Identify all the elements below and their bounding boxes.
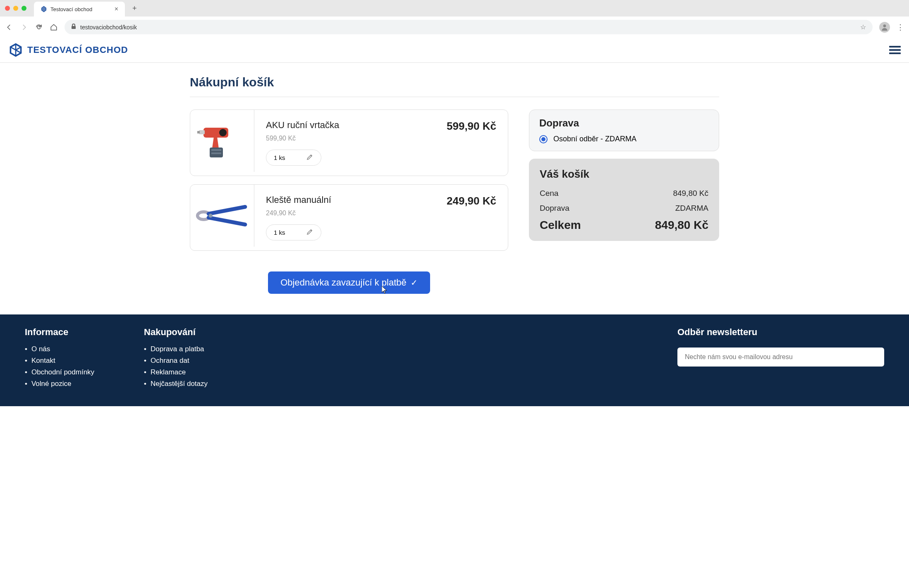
footer-link: Reklamace <box>144 367 208 378</box>
footer-info-title: Informace <box>25 327 94 338</box>
shipping-box: Doprava Osobní odběr - ZDARMA <box>529 110 719 151</box>
item-unit-price: 249,90 Kč <box>266 209 447 217</box>
tab-title: Testovací obchod <box>50 6 111 12</box>
main-content: Nákupní košík <box>173 63 736 314</box>
footer-link: O nás <box>25 343 94 355</box>
window-maximize-icon[interactable] <box>22 6 26 11</box>
cart-items: AKU ruční vrtačka 599,90 Kč 1 ks 599,90 … <box>190 110 508 294</box>
footer-link: Doprava a platba <box>144 343 208 355</box>
cart-sidebar: Doprava Osobní odběr - ZDARMA Váš košík … <box>529 110 719 241</box>
browser-tab[interactable]: Testovací obchod × <box>34 2 125 17</box>
item-details: AKU ruční vrtačka 599,90 Kč 1 ks <box>266 120 447 166</box>
svg-rect-0 <box>72 26 76 29</box>
footer-link-contact[interactable]: Kontakt <box>31 357 55 365</box>
shipping-title: Doprava <box>539 117 709 129</box>
footer-link-privacy[interactable]: Ochrana dat <box>151 357 189 365</box>
forward-button[interactable] <box>20 23 28 31</box>
bookmark-star-icon[interactable]: ☆ <box>860 23 866 31</box>
hamburger-menu-icon[interactable] <box>889 44 901 56</box>
url-bar[interactable]: testovaciobchod/kosik ☆ <box>65 20 873 34</box>
cart-item: AKU ruční vrtačka 599,90 Kč 1 ks 599,90 … <box>190 110 508 176</box>
tab-new-icon[interactable]: + <box>128 4 141 13</box>
footer-link-faq[interactable]: Nejčastější dotazy <box>151 380 208 388</box>
tab-favicon-icon <box>41 6 47 12</box>
item-quantity: 1 ks <box>266 150 321 166</box>
logo-icon <box>8 43 23 57</box>
summary-box: Váš košík Cena 849,80 Kč Doprava ZDARMA … <box>529 159 719 241</box>
product-image <box>190 110 254 172</box>
browser-toolbar: testovaciobchod/kosik ☆ ⋮ <box>0 17 909 38</box>
product-image <box>190 185 254 247</box>
edit-quantity-icon[interactable] <box>306 228 313 237</box>
item-name: AKU ruční vrtačka <box>266 120 447 131</box>
site-logo[interactable]: TESTOVACÍ OBCHOD <box>8 43 128 57</box>
check-icon: ✓ <box>411 278 418 288</box>
cart-layout: AKU ruční vrtačka 599,90 Kč 1 ks 599,90 … <box>190 110 719 294</box>
radio-icon <box>539 135 548 143</box>
page-title: Nákupní košík <box>190 75 719 97</box>
item-total: 249,90 Kč <box>447 195 496 240</box>
reload-button[interactable] <box>35 23 43 31</box>
footer-link-about[interactable]: O nás <box>31 345 50 353</box>
footer: Informace O nás Kontakt Obchodní podmínk… <box>0 314 909 406</box>
tab-close-icon[interactable]: × <box>115 5 118 13</box>
profile-icon[interactable] <box>879 22 890 33</box>
item-body: Kleště manuální 249,90 Kč 1 ks 249,90 Kč <box>254 185 508 250</box>
shipping-option[interactable]: Osobní odběr - ZDARMA <box>539 135 709 143</box>
summary-price-value: 849,80 Kč <box>673 189 708 198</box>
quantity-value: 1 ks <box>274 154 285 161</box>
summary-total-label: Celkem <box>540 219 581 232</box>
url-text: testovaciobchod/kosik <box>80 24 856 31</box>
home-button[interactable] <box>50 23 58 31</box>
shipping-option-label: Osobní odběr - ZDARMA <box>553 135 636 143</box>
cart-item: Kleště manuální 249,90 Kč 1 ks 249,90 Kč <box>190 184 508 251</box>
summary-price-row: Cena 849,80 Kč <box>540 189 708 198</box>
summary-price-label: Cena <box>540 189 558 198</box>
svg-rect-4 <box>197 131 200 133</box>
item-quantity: 1 ks <box>266 224 321 240</box>
footer-link: Nejčastější dotazy <box>144 378 208 390</box>
footer-link-returns[interactable]: Reklamace <box>151 368 186 376</box>
footer-link-delivery[interactable]: Doprava a platba <box>151 345 204 353</box>
newsletter-title: Odběr newsletteru <box>677 327 884 338</box>
footer-col-info: Informace O nás Kontakt Obchodní podmínk… <box>25 327 94 390</box>
window-minimize-icon[interactable] <box>13 6 18 11</box>
order-button-wrap: Objednávka zavazující k platbě ✓ <box>190 271 508 294</box>
quantity-value: 1 ks <box>274 229 285 236</box>
site-header: TESTOVACÍ OBCHOD <box>0 38 909 63</box>
back-button[interactable] <box>5 23 13 31</box>
svg-rect-7 <box>211 149 221 151</box>
tab-bar: Testovací obchod × + <box>0 0 909 17</box>
browser-menu-icon[interactable]: ⋮ <box>897 23 904 32</box>
edit-quantity-icon[interactable] <box>306 153 313 162</box>
lock-icon <box>71 24 76 31</box>
summary-total-value: 849,80 Kč <box>655 219 708 232</box>
footer-link-jobs[interactable]: Volné pozice <box>31 380 71 388</box>
summary-title: Váš košík <box>540 168 708 181</box>
item-name: Kleště manuální <box>266 195 447 205</box>
footer-link-terms[interactable]: Obchodní podmínky <box>31 368 94 376</box>
newsletter-input[interactable] <box>677 348 884 367</box>
item-body: AKU ruční vrtačka 599,90 Kč 1 ks 599,90 … <box>254 110 508 176</box>
order-button-label: Objednávka zavazující k platbě <box>280 277 407 288</box>
footer-col-shopping: Nakupování Doprava a platba Ochrana dat … <box>144 327 208 390</box>
summary-shipping-label: Doprava <box>540 204 569 213</box>
footer-columns: Informace O nás Kontakt Obchodní podmínk… <box>25 327 884 390</box>
footer-link: Volné pozice <box>25 378 94 390</box>
window-close-icon[interactable] <box>5 6 10 11</box>
item-unit-price: 599,90 Kč <box>266 135 447 142</box>
traffic-lights <box>5 6 26 11</box>
svg-point-5 <box>219 129 227 136</box>
svg-point-1 <box>883 24 886 27</box>
order-button[interactable]: Objednávka zavazující k platbě ✓ <box>268 271 430 294</box>
footer-link: Ochrana dat <box>144 355 208 367</box>
logo-text: TESTOVACÍ OBCHOD <box>27 45 128 55</box>
footer-link: Kontakt <box>25 355 94 367</box>
svg-point-10 <box>209 214 213 217</box>
summary-shipping-value: ZDARMA <box>675 204 708 213</box>
footer-link: Obchodní podmínky <box>25 367 94 378</box>
svg-rect-8 <box>211 152 221 154</box>
summary-shipping-row: Doprava ZDARMA <box>540 204 708 213</box>
svg-rect-3 <box>199 130 205 134</box>
summary-total-row: Celkem 849,80 Kč <box>540 219 708 232</box>
